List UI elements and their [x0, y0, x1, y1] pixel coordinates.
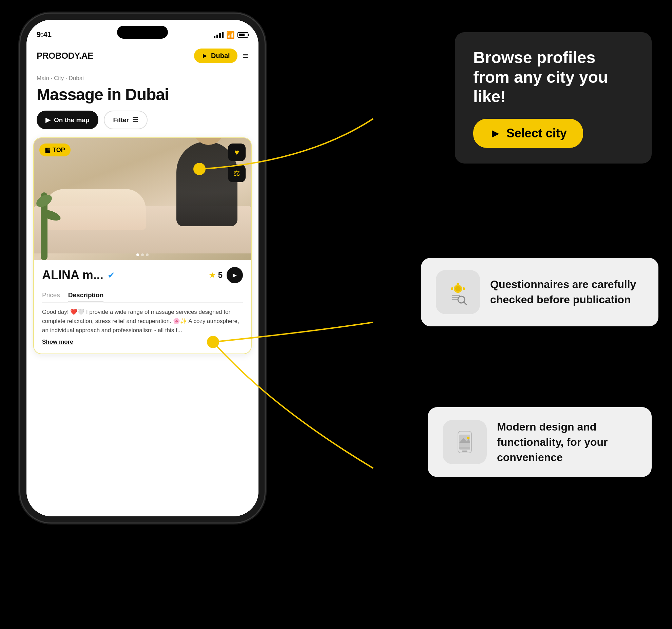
svg-rect-7 [452, 295, 460, 296]
header-right: ► Dubai ≡ [194, 49, 248, 63]
card-tabs: Prices Description [42, 289, 243, 303]
phone-screen: 9:41 📶 PROB [26, 20, 258, 516]
filter-button-label: Filter [113, 116, 129, 124]
phone-design-icon [451, 428, 478, 456]
card-image: ▦ TOP ♥ ⚖ [34, 138, 251, 260]
app-content: PROBODY.AE ► Dubai ≡ Main · City · Dubai… [26, 42, 258, 516]
svg-rect-17 [462, 451, 467, 452]
connector-dot-1 [193, 163, 206, 175]
city-button-label: Dubai [211, 52, 230, 60]
phone-mockup: 9:41 📶 PROB [20, 14, 265, 617]
city-button[interactable]: ► Dubai [194, 49, 237, 63]
top-badge: ▦ TOP [39, 144, 71, 156]
star-icon: ★ [209, 270, 216, 280]
verified-icon: ✔ [108, 270, 115, 281]
svg-point-1 [455, 286, 461, 291]
svg-rect-9 [452, 299, 458, 300]
filter-icon: ☰ [132, 116, 138, 124]
tab-description[interactable]: Description [68, 289, 104, 302]
svg-rect-4 [451, 287, 453, 290]
dot-1 [136, 253, 139, 256]
top-badge-label: TOP [53, 147, 65, 154]
client-figure [44, 189, 146, 230]
rating-stars: ★ 5 [209, 270, 223, 280]
svg-point-15 [467, 437, 469, 439]
profile-name: ALINA m... [42, 268, 103, 282]
map-button-label: On the map [54, 116, 90, 124]
menu-button[interactable]: ≡ [243, 51, 248, 61]
phone-icon-circle [443, 420, 487, 464]
connector-dot-2 [207, 336, 219, 348]
favorite-button[interactable]: ♥ [228, 144, 246, 161]
compare-button[interactable]: ⚖ [228, 165, 246, 182]
location-arrow-icon: ► [489, 126, 502, 140]
map-button[interactable]: ▶ On the map [37, 111, 98, 129]
power-button [265, 105, 267, 142]
modern-design-callout: Modern design and functionality, for you… [428, 407, 652, 477]
select-city-button[interactable]: ► Select city [473, 119, 583, 148]
app-header: PROBODY.AE ► Dubai ≡ [26, 42, 258, 70]
profile-name-row: ALINA m... ✔ ★ 5 ► [42, 267, 243, 283]
navigate-button[interactable]: ► [227, 267, 243, 283]
callout-dark-title: Browse profiles from any city you like! [473, 48, 633, 107]
image-dots [136, 253, 149, 256]
page-title: Massage in Dubai [26, 84, 258, 111]
dynamic-island [117, 26, 168, 39]
select-city-callout: Browse profiles from any city you like! … [455, 32, 652, 164]
wifi-icon: 📶 [226, 31, 235, 39]
profile-card: ▦ TOP ♥ ⚖ [33, 137, 252, 354]
select-city-label: Select city [506, 126, 567, 140]
svg-line-11 [464, 302, 466, 305]
questionnaire-icon [444, 279, 472, 306]
status-icons: 📶 [214, 31, 248, 39]
questionnaires-text: Questionnaires are carefully checked bef… [490, 277, 644, 307]
chart-icon: ▦ [45, 146, 51, 154]
questionnaires-callout: Questionnaires are carefully checked bef… [421, 258, 658, 326]
breadcrumb: Main · City · Dubai [26, 70, 258, 84]
questionnaire-icon-circle [436, 270, 480, 314]
svg-rect-5 [463, 287, 465, 290]
svg-rect-2 [457, 283, 459, 285]
filter-button[interactable]: Filter ☰ [104, 111, 148, 129]
app-logo: PROBODY.AE [37, 51, 93, 61]
dot-3 [146, 253, 149, 256]
card-description: Good day! ❤️🤍 I provide a wide range of … [42, 307, 243, 335]
modern-design-text: Modern design and functionality, for you… [497, 419, 637, 465]
signal-icon [214, 32, 224, 38]
map-icon: ▶ [45, 116, 51, 124]
status-time: 9:41 [37, 30, 52, 39]
phone-shell: 9:41 📶 PROB [20, 14, 265, 522]
location-icon: ► [201, 52, 208, 60]
action-buttons: ▶ On the map Filter ☰ [26, 111, 258, 137]
svg-rect-16 [459, 447, 470, 450]
rating-number: 5 [218, 270, 223, 280]
battery-icon [237, 32, 248, 38]
tab-prices[interactable]: Prices [42, 289, 60, 302]
dot-2 [141, 253, 144, 256]
